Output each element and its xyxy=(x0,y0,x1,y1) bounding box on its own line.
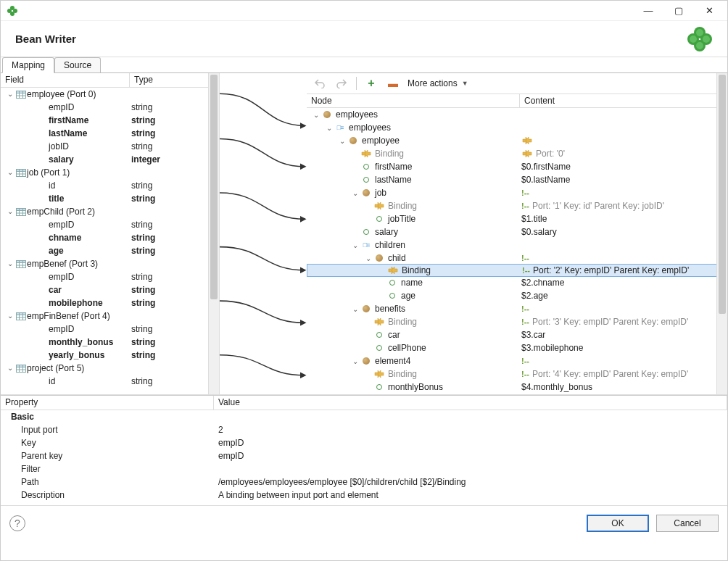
node-row[interactable]: firstName$0.firstName xyxy=(307,160,727,173)
node-row[interactable]: name$2.chname xyxy=(307,276,727,289)
property-name: Description xyxy=(1,490,214,500)
field-scrollbar[interactable] xyxy=(208,73,219,394)
bang-icon: !-- xyxy=(521,201,529,210)
properties-header-value[interactable]: Value xyxy=(214,396,727,410)
chevron-down-icon[interactable]: ⌄ xyxy=(311,111,321,119)
undo-button[interactable] xyxy=(313,76,327,91)
property-row[interactable]: Basic xyxy=(1,410,727,423)
field-type: string xyxy=(130,192,219,205)
property-row[interactable]: DescriptionA binding between input port … xyxy=(1,489,727,502)
node-row[interactable]: ⌄□≡employees xyxy=(307,121,727,134)
field-row[interactable]: empIDstring xyxy=(1,218,219,231)
field-row[interactable]: empIDstring xyxy=(1,101,219,114)
field-row[interactable]: ⌄empFinBenef (Port 4) xyxy=(1,309,219,323)
cancel-button[interactable]: Cancel xyxy=(656,515,719,532)
field-row[interactable]: lastNamestring xyxy=(1,127,219,140)
field-row[interactable]: firstNamestring xyxy=(1,114,219,127)
add-button[interactable]: + xyxy=(364,76,379,91)
node-row[interactable]: Binding!--Port: '4' Key: empID' Parent K… xyxy=(307,367,727,381)
field-row[interactable]: ⌄employee (Port 0) xyxy=(1,88,219,101)
redo-button[interactable] xyxy=(334,76,349,91)
scrollbar-thumb[interactable] xyxy=(210,75,218,299)
node-header-node[interactable]: Node xyxy=(307,94,520,107)
field-row[interactable]: ⌄project (Port 5) xyxy=(1,362,219,375)
window-close-button[interactable]: ✕ xyxy=(694,2,724,20)
tab-source[interactable]: Source xyxy=(54,57,101,72)
node-row[interactable]: ⌄benefits!-- xyxy=(307,302,727,315)
node-label: job xyxy=(375,188,386,198)
field-row[interactable]: salaryinteger xyxy=(1,153,219,166)
chevron-down-icon[interactable]: ⌄ xyxy=(350,241,360,249)
node-row[interactable]: Binding!--Port: '3' Key: empID' Parent K… xyxy=(307,315,727,328)
field-row[interactable]: agestring xyxy=(1,244,219,257)
field-row[interactable]: jobIDstring xyxy=(1,140,219,153)
chevron-down-icon[interactable]: ⌄ xyxy=(5,88,15,101)
node-row[interactable]: lastName$0.lastName xyxy=(307,173,727,186)
node-content: $3.car xyxy=(520,330,727,340)
more-actions-label: More actions xyxy=(408,78,458,88)
node-content: $0.salary xyxy=(520,227,727,237)
remove-button[interactable]: ▬ xyxy=(386,76,400,91)
field-row[interactable]: monthly_bonusstring xyxy=(1,336,219,349)
node-scrollbar[interactable] xyxy=(716,73,727,394)
properties-header-property[interactable]: Property xyxy=(1,396,214,410)
field-row[interactable]: idstring xyxy=(1,179,219,192)
field-row[interactable]: empIDstring xyxy=(1,323,219,336)
node-row[interactable]: monthlyBonus$4.monthly_bonus xyxy=(307,381,727,394)
field-row[interactable]: titlestring xyxy=(1,192,219,205)
field-row[interactable]: chnamestring xyxy=(1,231,219,244)
field-row[interactable]: ⌄empBenef (Port 3) xyxy=(1,257,219,270)
main-area: Field Type ⌄employee (Port 0)empIDstring… xyxy=(1,73,727,395)
node-row[interactable]: ⌄element4!-- xyxy=(307,354,727,367)
node-row[interactable]: Binding!--Port: '2' Key: empID' Parent K… xyxy=(307,264,727,277)
tab-mapping[interactable]: Mapping xyxy=(2,57,54,73)
node-row[interactable]: car$3.car xyxy=(307,328,727,341)
node-row[interactable]: age$2.age xyxy=(307,289,727,302)
node-row[interactable]: cellPhone$3.mobilephone xyxy=(307,341,727,354)
field-tree[interactable]: ⌄employee (Port 0)empIDstringfirstNamest… xyxy=(1,88,219,394)
chevron-down-icon[interactable]: ⌄ xyxy=(324,124,334,132)
property-row[interactable]: Path/employees/employees/employee [$0]/c… xyxy=(1,475,727,489)
node-row[interactable]: ⌄employees xyxy=(307,108,727,121)
field-header-field[interactable]: Field xyxy=(1,73,130,87)
scrollbar-thumb[interactable] xyxy=(719,75,726,314)
node-header-content[interactable]: Content xyxy=(520,94,727,107)
chevron-down-icon[interactable]: ⌄ xyxy=(5,257,15,270)
chevron-down-icon[interactable]: ⌄ xyxy=(337,137,347,145)
ok-button[interactable]: OK xyxy=(587,515,649,532)
node-row[interactable]: ⌄child!-- xyxy=(307,252,727,265)
node-content: $0.lastName xyxy=(520,175,727,185)
chevron-down-icon[interactable]: ⌄ xyxy=(350,357,360,365)
help-button[interactable]: ? xyxy=(9,515,25,531)
window-minimize-button[interactable]: — xyxy=(633,2,663,20)
node-row[interactable]: salary$0.salary xyxy=(307,225,727,238)
property-row[interactable]: KeyempID xyxy=(1,436,727,449)
chevron-down-icon[interactable]: ⌄ xyxy=(5,362,15,375)
chevron-down-icon[interactable]: ⌄ xyxy=(350,305,360,313)
field-row[interactable]: idstring xyxy=(1,375,219,388)
chevron-down-icon[interactable]: ⌄ xyxy=(363,254,373,262)
property-row[interactable]: Input port2 xyxy=(1,423,727,436)
field-row[interactable]: empIDstring xyxy=(1,270,219,283)
chevron-down-icon[interactable]: ⌄ xyxy=(5,205,15,218)
node-row[interactable]: ⌄employee xyxy=(307,134,727,147)
node-row[interactable]: ⌄job!-- xyxy=(307,186,727,199)
node-tree[interactable]: ⌄employees⌄□≡employees⌄employeeBindingPo… xyxy=(307,108,727,394)
field-row[interactable]: mobilephonestring xyxy=(1,296,219,309)
field-header-type[interactable]: Type xyxy=(130,73,219,87)
node-row[interactable]: Binding!--Port: '1' Key: id' Parent Key:… xyxy=(307,199,727,212)
chevron-down-icon[interactable]: ⌄ xyxy=(5,309,15,323)
chevron-down-icon[interactable]: ⌄ xyxy=(5,166,15,179)
more-actions-dropdown[interactable]: More actions ▼ xyxy=(408,78,468,88)
property-row[interactable]: Parent keyempID xyxy=(1,449,727,462)
field-row[interactable]: ⌄empChild (Port 2) xyxy=(1,205,219,218)
node-row[interactable]: jobTitle$1.title xyxy=(307,212,727,225)
node-row[interactable]: BindingPort: '0' xyxy=(307,147,727,160)
property-row[interactable]: Filter xyxy=(1,462,727,475)
field-row[interactable]: ⌄job (Port 1) xyxy=(1,166,219,179)
node-row[interactable]: ⌄□≡children xyxy=(307,238,727,252)
window-maximize-button[interactable]: ▢ xyxy=(663,2,694,20)
chevron-down-icon[interactable]: ⌄ xyxy=(350,189,360,197)
field-row[interactable]: carstring xyxy=(1,283,219,296)
field-row[interactable]: yearly_bonusstring xyxy=(1,349,219,362)
